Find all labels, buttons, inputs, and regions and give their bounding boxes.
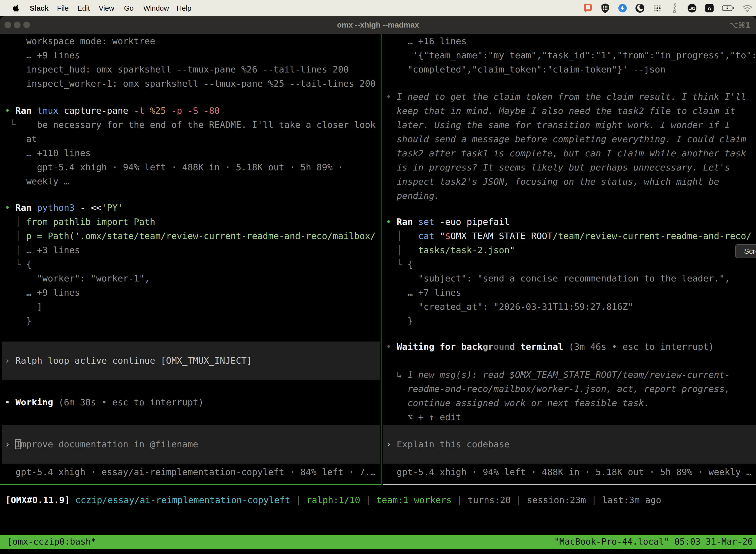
terminal-line: ↳ 1 new msg(s): read $OMX_TEAM_STATE_ROO… bbox=[386, 368, 730, 382]
terminal-line: │ p = Path('.omx/state/team/review-curre… bbox=[5, 229, 376, 243]
terminal-line: "created_at": "2026-03-31T11:59:27.816Z" bbox=[386, 299, 633, 314]
menu-bar: Slack File Edit View Go Window Help ..61… bbox=[0, 0, 756, 16]
apple-menu-icon[interactable] bbox=[13, 4, 19, 13]
active-pane-border-left bbox=[0, 484, 381, 485]
window-title: omx --xhigh --madmax bbox=[0, 16, 756, 34]
menu-item-window[interactable]: Window bbox=[143, 0, 169, 16]
pane-separator-vertical[interactable] bbox=[381, 34, 381, 485]
menu-item-go[interactable]: Go bbox=[124, 0, 134, 16]
terminal-line: └ { bbox=[5, 257, 32, 271]
menu-item-view[interactable]: View bbox=[99, 0, 114, 16]
menu-item-file[interactable]: File bbox=[57, 0, 69, 16]
terminal-line: › Explain this codebase bbox=[386, 437, 510, 451]
dots-grid-icon[interactable] bbox=[652, 3, 663, 14]
lightning-badge-icon[interactable] bbox=[617, 3, 628, 14]
terminal-line: … +9 lines bbox=[5, 48, 80, 62]
menu-item-edit[interactable]: Edit bbox=[77, 0, 90, 16]
menu-item-help[interactable]: Help bbox=[177, 0, 191, 16]
terminal-line: workspace_mode: worktree bbox=[5, 34, 155, 48]
terminal-line: gpt-5.4 xhigh · 94% left · 488K in · 5.1… bbox=[5, 160, 343, 174]
terminal-line: should send a message before completing … bbox=[386, 132, 746, 146]
wifi-icon[interactable] bbox=[742, 3, 753, 14]
svg-text:..61: ..61 bbox=[689, 6, 695, 10]
shield-grid-icon[interactable] bbox=[600, 3, 611, 14]
terminal-line: • Ran tmux capture-pane -t %25 -p -S -80 bbox=[5, 104, 220, 118]
terminal-line: • Working (6m 38s • esc to interrupt) bbox=[5, 395, 204, 409]
terminal-line: readme-and-reco/mailbox/worker-1.json, a… bbox=[386, 382, 730, 396]
window-shortcut-badge: ⌥⌘1 bbox=[729, 16, 751, 34]
terminal-line: at bbox=[5, 132, 37, 146]
terminal-line: gpt-5.4 xhigh · essay/ai-reimplementatio… bbox=[5, 465, 376, 479]
terminal-line: • Waiting for background terminal (3m 46… bbox=[386, 340, 714, 354]
window-title-bar: omx --xhigh --madmax ⌥⌘1 bbox=[0, 16, 756, 34]
terminal-line: └ { bbox=[386, 257, 413, 271]
terminal-line: │ cat "$OMX_TEAM_STATE_ROOT/team/review-… bbox=[386, 229, 752, 243]
terminal-line: "worker": "worker-1", bbox=[5, 271, 150, 285]
terminal-line: inspect_hud: omx sparkshell --tmux-pane … bbox=[5, 62, 349, 76]
terminal-line: ] bbox=[5, 299, 43, 314]
terminal-line: ⌥ + ↑ edit bbox=[386, 410, 461, 424]
terminal-line: is in progress? It seems likely but perh… bbox=[386, 160, 730, 174]
terminal-line: │ … +3 lines bbox=[5, 243, 80, 257]
terminal-line: … +7 lines bbox=[386, 285, 461, 299]
terminal-line: } bbox=[5, 314, 32, 328]
terminal-line: │ from pathlib import Path bbox=[5, 215, 155, 229]
screen-record-icon[interactable] bbox=[582, 3, 593, 14]
terminal-line: keep that in mind. Maybe I also need the… bbox=[386, 104, 736, 118]
terminal-line: inspect_worker-1: omx sparkshell --tmux-… bbox=[5, 76, 376, 91]
terminal-line: │ tasks/task-2.json" bbox=[386, 243, 515, 257]
terminal-line: └ be necessary for the end of the README… bbox=[5, 118, 376, 132]
terminal-line: gpt-5.4 xhigh · 94% left · 488K in · 5.1… bbox=[386, 465, 752, 479]
terminal-line: • Ran set -euo pipefail bbox=[386, 215, 510, 229]
squiggle-icon[interactable] bbox=[669, 3, 680, 14]
menu-app-name[interactable]: Slack bbox=[30, 0, 49, 16]
timer-badge-icon[interactable]: ..61 bbox=[687, 3, 697, 14]
svg-text:A: A bbox=[707, 5, 711, 11]
terminal-line: … +9 lines bbox=[5, 285, 80, 299]
pane-border-right bbox=[383, 484, 756, 485]
terminal-line: task2 after task1 is complete, but can I… bbox=[386, 146, 746, 160]
terminal-line: • I need to get the claim token from the… bbox=[386, 90, 746, 104]
terminal-line: [OMX#0.11.9] cczip/essay/ai-reimplementa… bbox=[0, 493, 661, 507]
terminal-line: "completed","claim_token":"claim-token"}… bbox=[386, 62, 666, 76]
terminal-line: weekly … bbox=[5, 174, 69, 188]
status-icons: ..61 A bbox=[582, 0, 753, 16]
terminal-line: › Ralph loop active continue [OMX_TMUX_I… bbox=[5, 353, 252, 368]
tmux-host-clock: "MacBook-Pro-44.local" 05:03 31-Mar-26 bbox=[554, 535, 753, 549]
terminal-line: inspect task2's JSON, focusing on the st… bbox=[386, 174, 719, 189]
terminal-line: … +110 lines bbox=[5, 146, 91, 160]
crescent-badge-icon[interactable] bbox=[634, 3, 645, 14]
terminal-content: Scre [omx-cczip0:bash* "MacBook-Pro-44.l… bbox=[0, 0, 756, 554]
terminal-line: later. Using the same for transition mig… bbox=[386, 118, 730, 132]
terminal-line: › Improve documentation in @filename bbox=[5, 437, 198, 451]
screen-tooltip: Scre bbox=[735, 244, 756, 258]
terminal-line: '{"team_name":"my-team","task_id":"1","f… bbox=[386, 48, 756, 62]
tmux-session-label: [omx-cczip0:bash* bbox=[7, 535, 96, 549]
terminal-line: … +16 lines bbox=[386, 34, 466, 48]
terminal-line: pending. bbox=[386, 189, 440, 203]
terminal-line: • Ran python3 - <<'PY' bbox=[5, 201, 123, 215]
input-source-icon[interactable]: A bbox=[704, 3, 715, 14]
battery-icon[interactable] bbox=[721, 3, 735, 14]
terminal-line: continue assigned work or next feasible … bbox=[386, 396, 649, 410]
tmux-status-bar: [omx-cczip0:bash* "MacBook-Pro-44.local"… bbox=[0, 535, 756, 549]
terminal-line: "subject": "send a concise recommendatio… bbox=[386, 271, 730, 285]
terminal-line: } bbox=[386, 314, 413, 328]
